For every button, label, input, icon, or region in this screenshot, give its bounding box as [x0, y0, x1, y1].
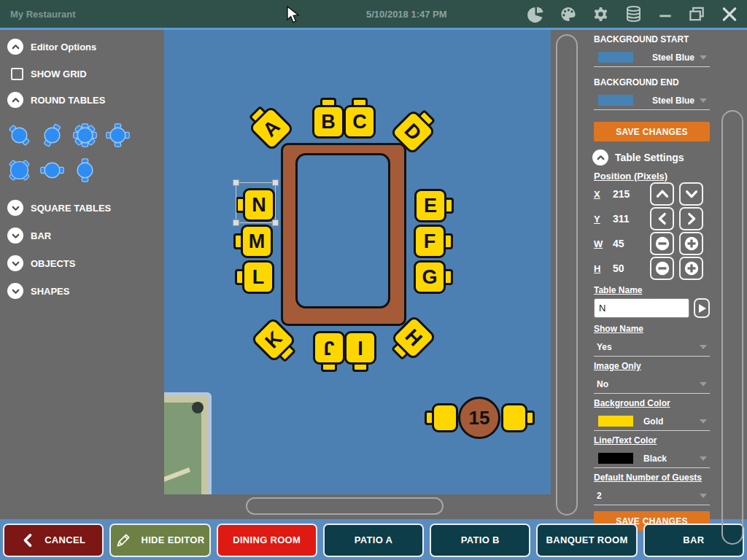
- chair-E[interactable]: E: [414, 189, 446, 222]
- round-tables-header[interactable]: ROUND TABLES: [0, 86, 164, 114]
- editor-options-header[interactable]: Editor Options: [0, 33, 164, 61]
- round-table-4-seat-cross-icon[interactable]: [101, 121, 134, 149]
- image-only-label: Image Only: [594, 361, 710, 371]
- save-changes-top-button[interactable]: SAVE CHANGES: [594, 122, 710, 141]
- selection-handle[interactable]: [272, 219, 279, 226]
- steel-blue-swatch: [598, 52, 633, 63]
- selection-handle[interactable]: [233, 179, 239, 186]
- chair-seat-label: M: [241, 225, 273, 258]
- table-name-apply-button[interactable]: [694, 298, 710, 318]
- w-minus-button[interactable]: [650, 232, 674, 255]
- position-axis-label: X: [594, 189, 613, 200]
- chevron-up-icon: [7, 92, 23, 108]
- position-value: 215: [613, 188, 645, 200]
- round-table-2-seat-diagonal-b-icon[interactable]: [36, 121, 69, 149]
- database-icon[interactable]: [624, 5, 643, 23]
- background-color-select[interactable]: Gold: [594, 412, 710, 431]
- sidebar-section-label: SHAPES: [31, 286, 69, 297]
- position-row-w: W 45: [594, 231, 710, 256]
- chair-G[interactable]: G: [414, 260, 446, 294]
- table-settings-header[interactable]: Table Settings: [592, 149, 710, 166]
- pool-table[interactable]: [164, 392, 214, 494]
- round-table-15[interactable]: 15: [458, 397, 500, 439]
- h-minus-button[interactable]: [650, 257, 674, 280]
- palette-icon[interactable]: [560, 6, 577, 23]
- round-table-palette: [0, 114, 164, 194]
- pie-chart-icon[interactable]: [527, 6, 544, 23]
- image-only-select[interactable]: No: [594, 375, 710, 394]
- selection-handle[interactable]: [272, 179, 279, 186]
- background-color-value: Gold: [643, 416, 663, 427]
- sidebar-section-square-tables[interactable]: SQUARE TABLES: [0, 194, 164, 222]
- room-button-label: CANCEL: [44, 534, 85, 545]
- chair-C[interactable]: C: [344, 105, 376, 139]
- round-table-4-seat-corner-icon[interactable]: [3, 156, 36, 184]
- round-table-2-seat-diagonal-a-icon[interactable]: [3, 121, 36, 149]
- sidebar-section-objects[interactable]: OBJECTS: [0, 249, 164, 277]
- cancel-button[interactable]: CANCEL: [3, 524, 104, 557]
- hide-editor-button[interactable]: HIDE EDITOR: [109, 524, 210, 557]
- chair-M[interactable]: M: [241, 225, 273, 258]
- show-name-value: Yes: [597, 342, 612, 352]
- chair-B[interactable]: B: [312, 105, 344, 139]
- line-text-color-value: Black: [643, 454, 667, 464]
- background-start-select[interactable]: Steel Blue: [594, 48, 710, 67]
- background-end-select[interactable]: Steel Blue: [594, 91, 710, 110]
- round-table-2-seat-vertical-icon[interactable]: [69, 156, 101, 184]
- sidebar-section-label: OBJECTS: [31, 258, 75, 269]
- round-table-8-seat-icon[interactable]: [69, 121, 101, 149]
- x-chevron-down-button[interactable]: [679, 182, 703, 206]
- position-row-x: X 215: [594, 182, 710, 206]
- minimize-button[interactable]: [658, 6, 673, 23]
- room-button-label: HIDE EDITOR: [141, 534, 204, 545]
- sidebar-section-bar[interactable]: BAR: [0, 222, 164, 249]
- gold-swatch: [598, 416, 633, 427]
- chair[interactable]: [432, 403, 458, 432]
- chair[interactable]: [501, 403, 527, 432]
- canvas-vertical-scrollbar-thumb[interactable]: [556, 34, 578, 516]
- black-swatch: [598, 453, 633, 464]
- selection-handle[interactable]: [233, 219, 239, 226]
- chair-F[interactable]: F: [414, 225, 446, 258]
- dropdown-caret-icon: [700, 494, 707, 498]
- chair-L[interactable]: L: [242, 260, 274, 294]
- panel-vertical-scrollbar-thumb[interactable]: [721, 110, 743, 545]
- background-end-value: Steel Blue: [652, 96, 694, 106]
- default-guests-select[interactable]: 2: [594, 486, 710, 505]
- background-color-label: Background Color: [594, 398, 710, 408]
- y-chevron-left-button[interactable]: [650, 207, 674, 230]
- rectangle-table[interactable]: [281, 143, 406, 326]
- show-grid-checkbox[interactable]: [11, 68, 23, 80]
- table-name-input[interactable]: [594, 298, 689, 318]
- round-table-2-seat-horizontal-icon[interactable]: [36, 156, 69, 184]
- position-value: 311: [613, 213, 645, 225]
- y-chevron-right-button[interactable]: [679, 207, 703, 230]
- x-chevron-up-button[interactable]: [650, 182, 674, 206]
- banquet-room-button[interactable]: BANQUET ROOM: [536, 524, 637, 557]
- background-start-label: BACKGROUND START: [594, 34, 710, 44]
- sidebar-section-shapes[interactable]: SHAPES: [0, 277, 164, 305]
- selection-box[interactable]: [236, 182, 276, 223]
- close-button[interactable]: [721, 6, 738, 23]
- chair-I[interactable]: I: [344, 331, 376, 365]
- show-name-select[interactable]: Yes: [594, 338, 710, 357]
- floor-plan-canvas[interactable]: A B C D E F G H I J K: [164, 30, 551, 494]
- h-plus-button[interactable]: [679, 257, 703, 280]
- patio-b-button[interactable]: PATIO B: [430, 524, 530, 557]
- w-plus-button[interactable]: [679, 232, 703, 255]
- patio-a-button[interactable]: PATIO A: [323, 524, 424, 557]
- line-text-color-select[interactable]: Black: [594, 449, 710, 468]
- chair-J[interactable]: J: [313, 331, 345, 365]
- show-grid-toggle[interactable]: SHOW GRID: [0, 61, 164, 86]
- restore-button[interactable]: [688, 6, 705, 23]
- position-row-h: H 50: [594, 256, 710, 281]
- dropdown-caret-icon: [700, 55, 707, 60]
- horizontal-scrollbar-thumb[interactable]: [246, 497, 444, 515]
- default-guests-value: 2: [597, 491, 602, 501]
- app-title: My Restaurant: [0, 9, 76, 20]
- dining-room-button[interactable]: DINING ROOM: [217, 524, 317, 557]
- dropdown-caret-icon: [700, 382, 707, 386]
- gear-icon[interactable]: [592, 6, 609, 23]
- editor-options-label: Editor Options: [31, 42, 96, 52]
- background-start-value: Steel Blue: [652, 52, 694, 63]
